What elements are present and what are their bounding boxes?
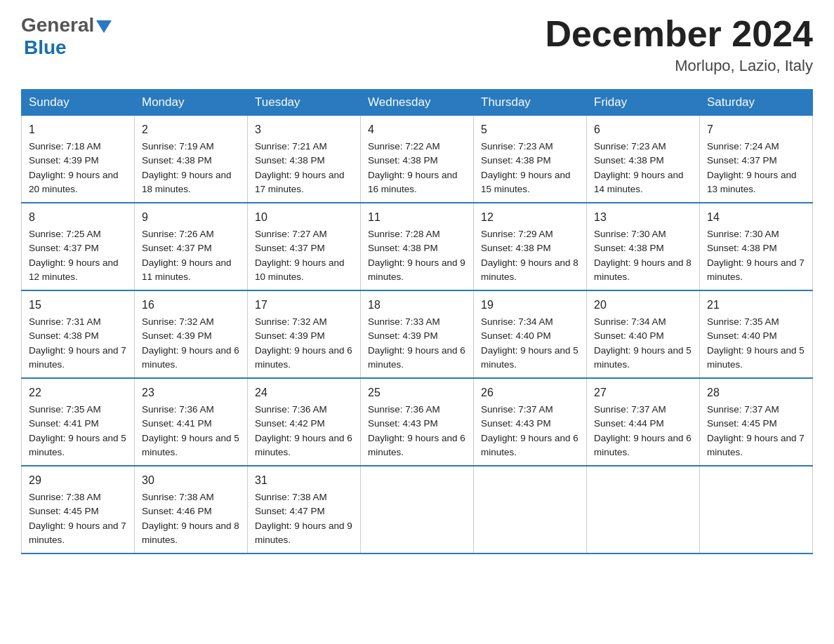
calendar-cell bbox=[700, 466, 813, 554]
calendar-cell: 26Sunrise: 7:37 AMSunset: 4:43 PMDayligh… bbox=[474, 378, 587, 466]
day-number: 14 bbox=[707, 209, 805, 226]
calendar-cell: 24Sunrise: 7:36 AMSunset: 4:42 PMDayligh… bbox=[248, 378, 361, 466]
logo: General Blue bbox=[21, 14, 112, 59]
calendar-cell: 11Sunrise: 7:28 AMSunset: 4:38 PMDayligh… bbox=[361, 203, 474, 290]
day-number: 23 bbox=[142, 384, 240, 401]
day-number: 9 bbox=[142, 209, 240, 226]
calendar-cell bbox=[587, 466, 700, 554]
week-row-5: 29Sunrise: 7:38 AMSunset: 4:45 PMDayligh… bbox=[22, 466, 813, 554]
calendar-cell: 10Sunrise: 7:27 AMSunset: 4:37 PMDayligh… bbox=[248, 203, 361, 290]
day-number: 25 bbox=[368, 384, 466, 401]
day-number: 26 bbox=[481, 384, 579, 401]
calendar-cell: 5Sunrise: 7:23 AMSunset: 4:38 PMDaylight… bbox=[474, 116, 587, 203]
logo-general-text: General bbox=[21, 14, 94, 36]
calendar-cell bbox=[474, 466, 587, 554]
calendar-cell: 18Sunrise: 7:33 AMSunset: 4:39 PMDayligh… bbox=[361, 290, 474, 378]
weekday-header-monday: Monday bbox=[135, 90, 248, 116]
calendar-cell: 4Sunrise: 7:22 AMSunset: 4:38 PMDaylight… bbox=[361, 116, 474, 203]
day-number: 3 bbox=[255, 121, 353, 138]
day-number: 8 bbox=[29, 209, 127, 226]
day-number: 13 bbox=[594, 209, 692, 226]
calendar-cell bbox=[361, 466, 474, 554]
calendar-cell: 30Sunrise: 7:38 AMSunset: 4:46 PMDayligh… bbox=[135, 466, 248, 554]
svg-marker-0 bbox=[96, 20, 112, 33]
calendar-cell: 20Sunrise: 7:34 AMSunset: 4:40 PMDayligh… bbox=[587, 290, 700, 378]
month-title: December 2024 bbox=[545, 14, 813, 54]
weekday-header-sunday: Sunday bbox=[22, 90, 135, 116]
day-number: 31 bbox=[255, 472, 353, 489]
calendar-cell: 22Sunrise: 7:35 AMSunset: 4:41 PMDayligh… bbox=[22, 378, 135, 466]
weekday-header-row: SundayMondayTuesdayWednesdayThursdayFrid… bbox=[22, 90, 813, 116]
calendar-cell: 31Sunrise: 7:38 AMSunset: 4:47 PMDayligh… bbox=[248, 466, 361, 554]
week-row-1: 1Sunrise: 7:18 AMSunset: 4:39 PMDaylight… bbox=[22, 116, 813, 203]
calendar-cell: 3Sunrise: 7:21 AMSunset: 4:38 PMDaylight… bbox=[248, 116, 361, 203]
calendar-cell: 23Sunrise: 7:36 AMSunset: 4:41 PMDayligh… bbox=[135, 378, 248, 466]
day-number: 5 bbox=[481, 121, 579, 138]
calendar-cell: 9Sunrise: 7:26 AMSunset: 4:37 PMDaylight… bbox=[135, 203, 248, 290]
calendar-cell: 1Sunrise: 7:18 AMSunset: 4:39 PMDaylight… bbox=[22, 116, 135, 203]
calendar-cell: 17Sunrise: 7:32 AMSunset: 4:39 PMDayligh… bbox=[248, 290, 361, 378]
day-number: 6 bbox=[594, 121, 692, 138]
day-number: 22 bbox=[29, 384, 127, 401]
day-number: 20 bbox=[594, 297, 692, 314]
day-number: 4 bbox=[368, 121, 466, 138]
day-number: 7 bbox=[707, 121, 805, 138]
day-number: 12 bbox=[481, 209, 579, 226]
weekday-header-friday: Friday bbox=[587, 90, 700, 116]
calendar-cell: 7Sunrise: 7:24 AMSunset: 4:37 PMDaylight… bbox=[700, 116, 813, 203]
title-area: December 2024 Morlupo, Lazio, Italy bbox=[545, 14, 813, 75]
week-row-2: 8Sunrise: 7:25 AMSunset: 4:37 PMDaylight… bbox=[22, 203, 813, 290]
day-number: 17 bbox=[255, 297, 353, 314]
weekday-header-wednesday: Wednesday bbox=[361, 90, 474, 116]
logo-triangle-icon bbox=[96, 20, 112, 33]
day-number: 27 bbox=[594, 384, 692, 401]
calendar-cell: 13Sunrise: 7:30 AMSunset: 4:38 PMDayligh… bbox=[587, 203, 700, 290]
day-number: 24 bbox=[255, 384, 353, 401]
calendar-cell: 15Sunrise: 7:31 AMSunset: 4:38 PMDayligh… bbox=[22, 290, 135, 378]
calendar-cell: 14Sunrise: 7:30 AMSunset: 4:38 PMDayligh… bbox=[700, 203, 813, 290]
day-number: 19 bbox=[481, 297, 579, 314]
calendar-cell: 16Sunrise: 7:32 AMSunset: 4:39 PMDayligh… bbox=[135, 290, 248, 378]
calendar-cell: 8Sunrise: 7:25 AMSunset: 4:37 PMDaylight… bbox=[22, 203, 135, 290]
weekday-header-tuesday: Tuesday bbox=[248, 90, 361, 116]
day-number: 11 bbox=[368, 209, 466, 226]
week-row-4: 22Sunrise: 7:35 AMSunset: 4:41 PMDayligh… bbox=[22, 378, 813, 466]
logo-blue-text: Blue bbox=[24, 36, 67, 58]
day-number: 16 bbox=[142, 297, 240, 314]
calendar-cell: 2Sunrise: 7:19 AMSunset: 4:38 PMDaylight… bbox=[135, 116, 248, 203]
calendar-cell: 6Sunrise: 7:23 AMSunset: 4:38 PMDaylight… bbox=[587, 116, 700, 203]
location-text: Morlupo, Lazio, Italy bbox=[545, 57, 813, 75]
calendar-cell: 28Sunrise: 7:37 AMSunset: 4:45 PMDayligh… bbox=[700, 378, 813, 466]
day-number: 28 bbox=[707, 384, 805, 401]
day-number: 15 bbox=[29, 297, 127, 314]
calendar-cell: 21Sunrise: 7:35 AMSunset: 4:40 PMDayligh… bbox=[700, 290, 813, 378]
day-number: 21 bbox=[707, 297, 805, 314]
calendar-cell: 19Sunrise: 7:34 AMSunset: 4:40 PMDayligh… bbox=[474, 290, 587, 378]
calendar-cell: 12Sunrise: 7:29 AMSunset: 4:38 PMDayligh… bbox=[474, 203, 587, 290]
day-number: 2 bbox=[142, 121, 240, 138]
calendar-cell: 29Sunrise: 7:38 AMSunset: 4:45 PMDayligh… bbox=[22, 466, 135, 554]
weekday-header-thursday: Thursday bbox=[474, 90, 587, 116]
day-number: 10 bbox=[255, 209, 353, 226]
day-number: 29 bbox=[29, 472, 127, 489]
weekday-header-saturday: Saturday bbox=[700, 90, 813, 116]
calendar-cell: 27Sunrise: 7:37 AMSunset: 4:44 PMDayligh… bbox=[587, 378, 700, 466]
page-header: General Blue December 2024 Morlupo, Lazi… bbox=[21, 14, 813, 75]
day-number: 18 bbox=[368, 297, 466, 314]
calendar-table: SundayMondayTuesdayWednesdayThursdayFrid… bbox=[21, 89, 813, 554]
calendar-cell: 25Sunrise: 7:36 AMSunset: 4:43 PMDayligh… bbox=[361, 378, 474, 466]
day-number: 1 bbox=[29, 121, 127, 138]
week-row-3: 15Sunrise: 7:31 AMSunset: 4:38 PMDayligh… bbox=[22, 290, 813, 378]
day-number: 30 bbox=[142, 472, 240, 489]
